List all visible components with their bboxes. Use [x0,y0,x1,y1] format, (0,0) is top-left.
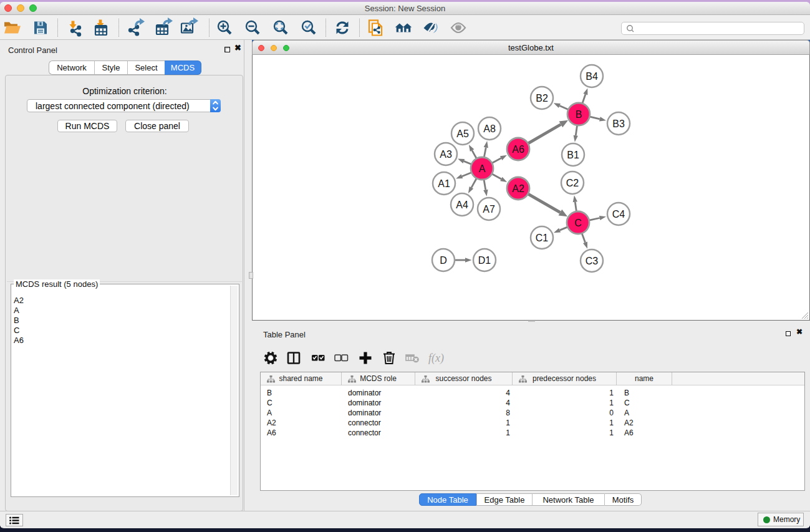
svg-text:B4: B4 [586,71,598,82]
svg-text:D: D [440,255,447,266]
svg-text:C4: C4 [612,209,625,220]
svg-text:B1: B1 [567,150,579,160]
svg-text:A5: A5 [456,128,469,139]
svg-text:A1: A1 [438,178,450,189]
svg-text:C1: C1 [536,233,549,243]
svg-text:C2: C2 [566,178,579,188]
svg-text:B: B [576,109,582,120]
svg-text:A3: A3 [440,149,452,160]
svg-text:C: C [574,218,582,228]
svg-text:A4: A4 [456,200,468,210]
svg-text:B3: B3 [612,118,625,129]
svg-text:A6: A6 [512,144,524,155]
svg-text:f(x): f(x) [428,352,444,365]
svg-text:A8: A8 [483,123,496,134]
svg-text:D1: D1 [478,255,491,266]
svg-text:B2: B2 [536,93,548,104]
svg-text:A2: A2 [512,183,524,194]
svg-text:A7: A7 [483,204,495,215]
svg-text:C3: C3 [586,256,599,266]
svg-text:A: A [479,163,486,174]
